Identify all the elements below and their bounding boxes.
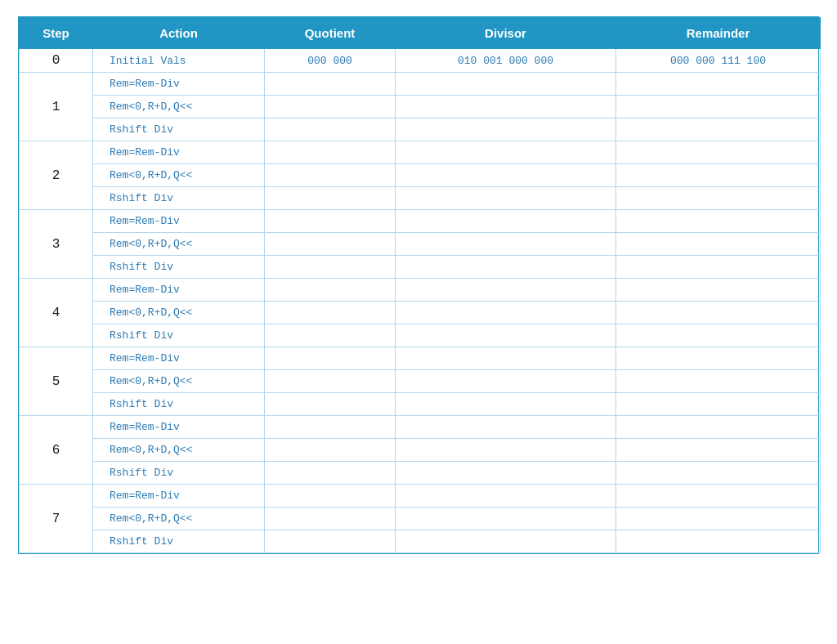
action-0: Initial Vals (93, 49, 265, 73)
divisor-7-1 (396, 508, 616, 530)
table-row: 0 Initial Vals 000 000 010 001 000 000 0… (20, 49, 821, 73)
divisor-6-0 (396, 416, 616, 439)
quotient-6-2 (265, 462, 396, 485)
remainder-2-0 (616, 141, 821, 164)
header-action: Action (93, 18, 265, 49)
remainder-6-1 (616, 439, 821, 462)
step-5: 5 (20, 347, 93, 416)
remainder-3-1 (616, 233, 821, 256)
action-6-0: Rem=Rem-Div (93, 416, 265, 439)
divisor-4-0 (396, 279, 616, 302)
divisor-7-0 (396, 485, 616, 508)
remainder-5-2 (616, 393, 821, 416)
quotient-4-0 (265, 279, 396, 302)
action-3-1: Rem<0,R+D,Q<< (93, 233, 265, 256)
step-4: 4 (20, 279, 93, 347)
divisor-4-1 (396, 302, 616, 324)
remainder-1-1 (616, 96, 821, 119)
table-row: Rshift Div (20, 530, 821, 553)
divisor-1-0 (396, 73, 616, 96)
quotient-2-1 (265, 164, 396, 187)
table-row: Rshift Div (20, 462, 821, 485)
header-step: Step (20, 18, 93, 49)
quotient-0: 000 000 (265, 49, 396, 73)
divisor-1-2 (396, 119, 616, 141)
table-row: Rshift Div (20, 187, 821, 210)
quotient-3-0 (265, 210, 396, 233)
divisor-5-2 (396, 393, 616, 416)
table-row: Rshift Div (20, 256, 821, 279)
divisor-6-2 (396, 462, 616, 485)
remainder-2-2 (616, 187, 821, 210)
divisor-0: 010 001 000 000 (396, 49, 616, 73)
quotient-1-0 (265, 73, 396, 96)
action-2-1: Rem<0,R+D,Q<< (93, 164, 265, 187)
header-divisor: Divisor (396, 18, 616, 49)
table-row: 7Rem=Rem-Div (20, 485, 821, 508)
header-quotient: Quotient (265, 18, 396, 49)
divisor-4-2 (396, 324, 616, 347)
step-7: 7 (20, 485, 93, 553)
remainder-6-2 (616, 462, 821, 485)
table-row: Rem<0,R+D,Q<< (20, 370, 821, 393)
divisor-3-1 (396, 233, 616, 256)
remainder-1-2 (616, 119, 821, 141)
action-6-2: Rshift Div (93, 462, 265, 485)
divisor-2-2 (396, 187, 616, 210)
quotient-1-2 (265, 119, 396, 141)
action-6-1: Rem<0,R+D,Q<< (93, 439, 265, 462)
table-row: 5Rem=Rem-Div (20, 347, 821, 370)
action-3-0: Rem=Rem-Div (93, 210, 265, 233)
divisor-6-1 (396, 439, 616, 462)
table-row: Rem<0,R+D,Q<< (20, 96, 821, 119)
remainder-6-0 (616, 416, 821, 439)
table-row: 3Rem=Rem-Div (20, 210, 821, 233)
quotient-5-1 (265, 370, 396, 393)
divisor-2-1 (396, 164, 616, 187)
table-row: Rshift Div (20, 393, 821, 416)
remainder-5-1 (616, 370, 821, 393)
action-2-2: Rshift Div (93, 187, 265, 210)
action-3-2: Rshift Div (93, 256, 265, 279)
quotient-3-2 (265, 256, 396, 279)
action-1-2: Rshift Div (93, 119, 265, 141)
remainder-3-2 (616, 256, 821, 279)
divisor-5-0 (396, 347, 616, 370)
divisor-5-1 (396, 370, 616, 393)
action-5-0: Rem=Rem-Div (93, 347, 265, 370)
action-7-0: Rem=Rem-Div (93, 485, 265, 508)
table-row: Rem<0,R+D,Q<< (20, 508, 821, 530)
divisor-1-1 (396, 96, 616, 119)
quotient-4-2 (265, 324, 396, 347)
table-row: 1Rem=Rem-Div (20, 73, 821, 96)
action-4-1: Rem<0,R+D,Q<< (93, 302, 265, 324)
quotient-6-0 (265, 416, 396, 439)
table-row: 4Rem=Rem-Div (20, 279, 821, 302)
action-4-2: Rshift Div (93, 324, 265, 347)
remainder-4-2 (616, 324, 821, 347)
quotient-7-0 (265, 485, 396, 508)
remainder-7-2 (616, 530, 821, 553)
divisor-7-2 (396, 530, 616, 553)
action-7-2: Rshift Div (93, 530, 265, 553)
quotient-7-1 (265, 508, 396, 530)
divisor-2-0 (396, 141, 616, 164)
table-row: Rem<0,R+D,Q<< (20, 439, 821, 462)
step-1: 1 (20, 73, 93, 141)
step-6: 6 (20, 416, 93, 485)
quotient-5-0 (265, 347, 396, 370)
step-2: 2 (20, 141, 93, 210)
quotient-2-2 (265, 187, 396, 210)
remainder-5-0 (616, 347, 821, 370)
quotient-7-2 (265, 530, 396, 553)
action-5-1: Rem<0,R+D,Q<< (93, 370, 265, 393)
remainder-4-0 (616, 279, 821, 302)
quotient-2-0 (265, 141, 396, 164)
action-4-0: Rem=Rem-Div (93, 279, 265, 302)
table-row: Rem<0,R+D,Q<< (20, 164, 821, 187)
remainder-2-1 (616, 164, 821, 187)
step-3: 3 (20, 210, 93, 279)
remainder-0: 000 000 111 100 (616, 49, 821, 73)
table-row: 6Rem=Rem-Div (20, 416, 821, 439)
divisor-3-2 (396, 256, 616, 279)
